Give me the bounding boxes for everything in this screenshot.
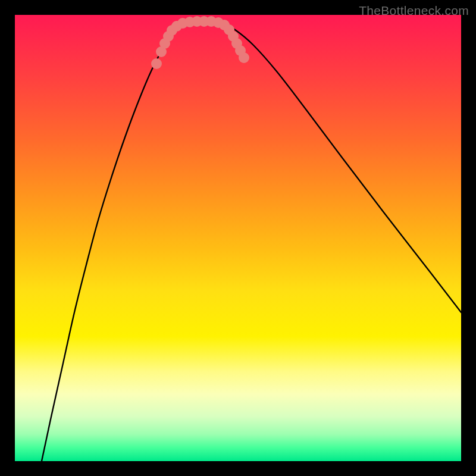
highlight-dot [206,16,217,27]
plot-area [15,15,461,461]
highlight-dot [224,24,234,35]
highlight-dot [199,16,209,27]
highlight-dot [159,38,170,49]
highlight-dot [156,46,167,57]
highlight-dot [219,20,230,30]
curve-svg [15,15,461,461]
highlight-dots-group [151,16,249,69]
bottleneck-curve-path [42,20,461,461]
highlight-dot [184,17,195,27]
highlight-dot [167,25,177,36]
highlight-dot [235,45,246,56]
highlight-dot [192,16,202,27]
highlight-dot [231,38,242,49]
watermark-text: TheBottleneck.com [359,4,469,18]
highlight-dot [163,31,174,42]
chart-frame: TheBottleneck.com [0,0,476,476]
highlight-dot [177,18,188,29]
highlight-dot [239,52,249,63]
highlight-dot [213,17,224,28]
highlight-dot [171,21,182,32]
highlight-dot [228,31,239,42]
highlight-dot [151,58,162,69]
